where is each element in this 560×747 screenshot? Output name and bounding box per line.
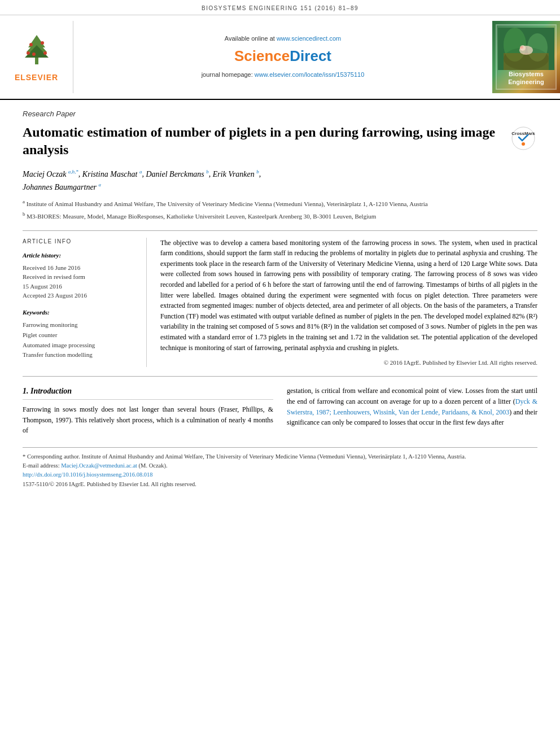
received-revised-date: 15 August 2016 [23,282,137,291]
article-history: Article history: Received 16 June 2016 R… [23,251,137,300]
svg-point-16 [520,46,523,49]
elsevier-brand-text: ELSEVIER [15,72,58,84]
footnotes-area: * Corresponding author. Institute of Ani… [23,447,537,489]
sciencedirect-url[interactable]: www.sciencedirect.com [277,35,341,42]
received-date: Received 16 June 2016 [23,263,137,273]
elsevier-tree-icon [17,30,56,70]
article-info-column: ARTICLE INFO Article history: Received 1… [23,238,147,368]
header-center: Available online at www.sciencedirect.co… [73,21,492,93]
crossmark-icon: CrossMark [511,126,536,151]
intro-left: 1. Introduction Farrowing in sows mostly… [23,386,273,435]
keywords-section: Keywords: Farrowing monitoring Piglet co… [23,308,137,360]
svg-rect-13 [504,53,549,70]
svg-point-5 [41,41,44,45]
accepted-date: Accepted 23 August 2016 [23,291,137,300]
svg-point-19 [522,142,525,146]
section-divider [23,376,537,377]
keyword-1: Farrowing monitoring [23,320,137,330]
copyright-text: © 2016 IAgrE. Published by Elsevier Ltd.… [160,359,537,367]
keyword-2: Piglet counter [23,330,137,340]
svg-rect-0 [35,58,38,64]
svg-point-6 [32,53,36,56]
intro-right-text: gestation, is critical from welfare and … [287,386,537,427]
affiliation-b: b M3-BIORES: Measure, Model, Manage BioR… [23,211,537,221]
email-link[interactable]: Maciej.Oczak@vetmeduni.ac.at [61,462,137,469]
intro-right: gestation, is critical from welfare and … [287,386,537,435]
doi-note: http://dx.doi.org/10.1016/j.biosystemsen… [23,470,537,479]
received-revised-label: Received in revised form [23,272,137,282]
keywords-list: Farrowing monitoring Piglet counter Auto… [23,320,137,360]
keyword-4: Transfer function modelling [23,350,137,360]
svg-point-17 [512,127,535,150]
doi-link[interactable]: http://dx.doi.org/10.1016/j.biosystemsen… [23,471,153,478]
journal-homepage-url[interactable]: www.elsevier.com/locate/issn/15375110 [255,71,364,78]
intro-left-text: Farrowing in sows mostly does not last l… [23,404,273,436]
crossmark-section: CrossMark [509,126,537,151]
elsevier-logo-section: ELSEVIER [0,21,73,93]
svg-text:CrossMark: CrossMark [511,131,535,136]
journal-homepage: journal homepage: www.elsevier.com/locat… [202,71,365,79]
sciencedirect-logo: ScienceDirect [234,46,331,66]
affiliation-a: a Institute of Animal Husbandry and Anim… [23,198,537,208]
svg-point-4 [29,43,33,46]
corresponding-author-note: * Corresponding author. Institute of Ani… [23,452,537,461]
abstract-column: The objective was to develop a camera ba… [160,238,537,368]
history-label: Article history: [23,251,137,260]
abstract-text: The objective was to develop a camera ba… [160,238,537,353]
article-info-abstract: ARTICLE INFO Article history: Received 1… [23,230,537,368]
journal-header: BIOSYSTEMS ENGINEERING 151 (2016) 81–89 [0,0,560,15]
journal-cover: Biosystems Engineering [492,21,560,93]
journal-cover-title: Biosystems Engineering [499,70,553,86]
section-heading-intro: 1. Introduction [23,386,273,400]
article-title-row: Automatic estimation of number of piglet… [23,124,537,159]
article-type-label: Research Paper [23,109,537,119]
email-note: E-mail address: Maciej.Oczak@vetmeduni.a… [23,461,537,470]
keyword-3: Automated image processing [23,340,137,351]
introduction-section: 1. Introduction Farrowing in sows mostly… [23,386,537,435]
svg-point-8 [27,51,30,55]
ref-dyck[interactable]: Dyck & Swierstra, 1987; Leenhouwers, Wis… [287,397,537,416]
article-info-label: ARTICLE INFO [23,238,137,246]
affiliations-section: a Institute of Animal Husbandry and Anim… [23,198,537,221]
journal-cover-image [498,28,554,70]
header-area: ELSEVIER Available online at www.science… [0,15,560,100]
article-title: Automatic estimation of number of piglet… [23,124,500,159]
keywords-label: Keywords: [23,308,137,317]
authors-line: Maciej Oczak a,b,*, Kristina Maschat a, … [23,168,537,194]
main-content: Research Paper Automatic estimation of n… [0,100,560,498]
journal-header-text: BIOSYSTEMS ENGINEERING 151 (2016) 81–89 [202,5,358,11]
issn-note: 1537-5110/© 2016 IAgrE. Published by Els… [23,480,537,489]
svg-point-7 [43,51,47,55]
available-online-text: Available online at www.sciencedirect.co… [225,34,341,43]
